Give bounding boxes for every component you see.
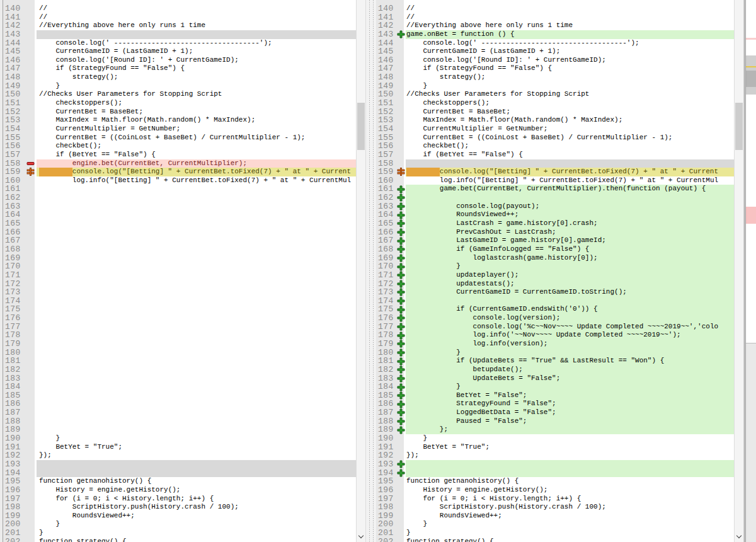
code-line[interactable]: 182 betupdate(); <box>376 366 734 374</box>
code-line[interactable]: 160 log.info("[Betting] " + CurrentBet.t… <box>3 176 356 185</box>
code-line[interactable]: 153 MaxIndex = Math.floor(Math.random() … <box>376 116 734 125</box>
code-line[interactable]: 142//Everything above here only runs 1 t… <box>376 21 734 30</box>
code-line[interactable]: 180 } <box>376 349 734 357</box>
code-line[interactable]: 159console.log("[Betting] " + CurrentBet… <box>376 168 734 176</box>
code-line[interactable]: 187 <box>3 408 356 417</box>
code-line[interactable]: 196 History = engine.getHistory(); <box>376 486 734 495</box>
code-line[interactable]: 160 log.info("[Betting] " + CurrentBet.t… <box>376 176 734 185</box>
code-line[interactable]: 175 <box>3 305 356 314</box>
code-line[interactable]: 141// <box>376 13 734 22</box>
code-line[interactable]: 158 <box>376 159 734 168</box>
panel-splitter[interactable] <box>366 0 376 542</box>
code-line[interactable]: 192}); <box>3 451 356 460</box>
code-line[interactable]: 178 log.info('~~Nov~~~~ Update Completed… <box>376 331 734 340</box>
code-line[interactable]: 187 LoggedBetData = "False"; <box>376 408 734 417</box>
code-line[interactable]: 188 <box>3 417 356 426</box>
code-line[interactable]: 154 CurrentMultiplier = GetNumber; <box>3 125 356 134</box>
code-line[interactable]: 149 } <box>3 82 356 91</box>
code-line[interactable]: 167 LastGameID = game.history[0].gameId; <box>376 236 734 245</box>
code-line[interactable]: 176 <box>3 314 356 323</box>
left-panel-scrollbar[interactable] <box>356 0 366 542</box>
code-line[interactable]: 202function strategy() { <box>376 538 734 542</box>
code-line[interactable]: 168 if (GameInfoLogged == "False") { <box>376 245 734 254</box>
code-line[interactable]: 195function getnanohistory() { <box>376 477 734 486</box>
code-line[interactable]: 156 checkbet(); <box>376 142 734 151</box>
code-line[interactable]: 183 <box>3 374 356 383</box>
code-line[interactable]: 157 if (BetYet == "False") { <box>3 151 356 159</box>
code-line[interactable]: 200 } <box>376 520 734 529</box>
code-line[interactable]: 157 if (BetYet == "False") { <box>376 151 734 159</box>
code-line[interactable]: 197 for (i = 0; i < History.length; i++)… <box>3 495 356 504</box>
code-line[interactable]: 190 } <box>3 434 356 443</box>
code-line[interactable]: 177 console.log('%c~~Nov~~~~ Update Comp… <box>376 323 734 332</box>
code-line[interactable]: 191 BetYet = "True"; <box>376 443 734 452</box>
code-line[interactable]: 192}); <box>376 451 734 460</box>
code-line[interactable]: 155 CurrentBet = ((CoinLost + BaseBet) /… <box>3 134 356 142</box>
code-line[interactable]: 170 } <box>376 262 734 271</box>
right-scroll-down-arrow-icon[interactable] <box>735 533 743 541</box>
code-line[interactable]: 144 console.log(' ----------------------… <box>376 39 734 48</box>
code-line[interactable]: 174 <box>3 297 356 306</box>
code-line[interactable]: 176 console.log(version); <box>376 314 734 323</box>
code-line[interactable]: 161 <box>3 185 356 193</box>
code-line[interactable]: 186 StrategyFound = "False"; <box>376 400 734 408</box>
code-line[interactable]: 147 if (StrategyFound == "False") { <box>376 64 734 73</box>
code-line[interactable]: 158 engine.bet(CurrentBet, CurrentMultip… <box>3 159 356 168</box>
code-line[interactable]: 140// <box>3 4 356 13</box>
code-line[interactable]: 164 <box>3 210 356 219</box>
code-line[interactable]: 150//Checks User Parameters for Stopping… <box>376 90 734 99</box>
code-line[interactable]: 166 <box>3 228 356 237</box>
code-line[interactable]: 169 loglastcrash(game.history[0]); <box>376 254 734 263</box>
right-panel-scrollbar[interactable] <box>734 0 744 542</box>
code-line[interactable]: 152 CurrentBet = BaseBet; <box>376 108 734 117</box>
code-line[interactable]: 173 CurrentGameID = CurrentGameID.toStri… <box>376 288 734 297</box>
code-line[interactable]: 140// <box>376 4 734 13</box>
code-line[interactable]: 171 updateplayer(); <box>376 271 734 280</box>
code-line[interactable]: 166 PrevCashOut = LastCrash; <box>376 228 734 237</box>
code-line[interactable]: 185 BetYet = "False"; <box>376 391 734 400</box>
code-line[interactable]: 153 MaxIndex = Math.floor(Math.random() … <box>3 116 356 125</box>
code-line[interactable]: 146 console.log('[Round ID]: ' + Current… <box>3 56 356 65</box>
code-line[interactable]: 201} <box>3 529 356 538</box>
code-line[interactable]: 185 <box>3 391 356 400</box>
code-line[interactable]: 182 <box>3 366 356 374</box>
code-line[interactable]: 177 <box>3 323 356 332</box>
code-line[interactable]: 199 RoundsViewed++; <box>376 512 734 521</box>
code-line[interactable]: 142//Everything above here only runs 1 t… <box>3 21 356 30</box>
code-line[interactable]: 181 if (UpdateBets == "True" && LastResu… <box>376 357 734 366</box>
code-line[interactable]: 144 console.log(' ----------------------… <box>3 39 356 48</box>
code-line[interactable]: 189 <box>3 425 356 434</box>
code-line[interactable]: 159console.log("[Betting] " + CurrentBet… <box>3 168 356 176</box>
code-line[interactable]: 145 CurrentGameID = (LastGameID + 1); <box>376 47 734 56</box>
code-line[interactable]: 179 log.info(version); <box>376 340 734 349</box>
code-line[interactable]: 167 <box>3 236 356 245</box>
code-line[interactable]: 191 BetYet = "True"; <box>3 443 356 452</box>
left-scrollbar-thumb[interactable] <box>357 103 365 150</box>
code-line[interactable]: 193 <box>3 460 356 469</box>
code-line[interactable]: 164 RoundsViewed++; <box>376 210 734 219</box>
location-overview-pane[interactable] <box>746 0 756 542</box>
code-line[interactable]: 143game.onBet = function () { <box>376 30 734 39</box>
left-scroll-down-arrow-icon[interactable] <box>357 533 365 541</box>
code-line[interactable]: 154 CurrentMultiplier = GetNumber; <box>376 125 734 134</box>
code-line[interactable]: 180 <box>3 349 356 357</box>
code-line[interactable]: 184 } <box>376 383 734 391</box>
code-line[interactable]: 163 <box>3 202 356 211</box>
code-line[interactable]: 162 <box>3 193 356 202</box>
code-line[interactable]: 184 <box>3 383 356 391</box>
code-line[interactable]: 200 } <box>3 520 356 529</box>
code-line[interactable]: 181 <box>3 357 356 366</box>
code-line[interactable]: 162 <box>376 193 734 202</box>
code-line[interactable]: 147 if (StrategyFound == "False") { <box>3 64 356 73</box>
code-line[interactable]: 170 <box>3 262 356 271</box>
code-line[interactable]: 193 <box>376 460 734 469</box>
code-line[interactable]: 194 <box>3 469 356 478</box>
code-line[interactable]: 178 <box>3 331 356 340</box>
code-line[interactable]: 148 strategy(); <box>3 73 356 82</box>
code-line[interactable]: 196 History = engine.getHistory(); <box>3 486 356 495</box>
code-line[interactable]: 197 for (i = 0; i < History.length; i++)… <box>376 495 734 504</box>
code-line[interactable]: 198 ScriptHistory.push(History.crash / 1… <box>376 503 734 512</box>
code-line[interactable]: 165 <box>3 219 356 228</box>
code-line[interactable]: 173 <box>3 288 356 297</box>
code-line[interactable]: 145 CurrentGameID = (LastGameID + 1); <box>3 47 356 56</box>
